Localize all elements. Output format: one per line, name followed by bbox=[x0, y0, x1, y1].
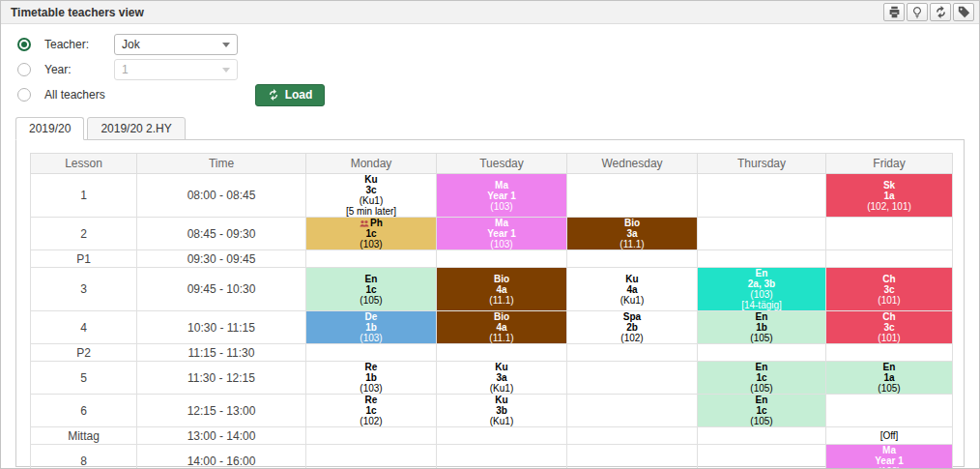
slot-line: Ku bbox=[437, 395, 566, 405]
lesson-entry-cell[interactable]: Bio4a(11.1) bbox=[437, 268, 567, 311]
slot-line: (Ku1) bbox=[567, 295, 697, 306]
slot-line: (101) bbox=[826, 333, 952, 343]
lesson-entry-cell[interactable]: Ku3a(Ku1) bbox=[437, 362, 567, 395]
slot-line: 1c bbox=[306, 284, 436, 295]
lesson-cell: P2 bbox=[31, 344, 137, 362]
lesson-entry-cell[interactable]: Bio4a(11.1) bbox=[437, 311, 567, 344]
slot-line: Ku bbox=[437, 362, 566, 372]
tab-2019-20[interactable]: 2019/20 bbox=[15, 117, 84, 140]
title-bar: Timetable teachers view bbox=[1, 1, 979, 24]
lesson-entry-cell[interactable]: Ku3c(Ku1)[5 min later] bbox=[306, 174, 437, 218]
lesson-entry-cell[interactable]: En1c(105) bbox=[698, 362, 826, 395]
lesson-entry-cell[interactable]: Ph1c(103) bbox=[306, 218, 437, 250]
all-teachers-radio[interactable] bbox=[17, 88, 31, 102]
table-row: 309:45 - 10:30En1c(105)Bio4a(11.1)Ku4a(K… bbox=[31, 268, 953, 311]
empty-slot-cell bbox=[306, 344, 437, 362]
lesson-entry-cell[interactable]: Ch3c(101) bbox=[826, 268, 953, 311]
tag-icon bbox=[958, 6, 970, 18]
page-title: Timetable teachers view bbox=[11, 6, 881, 19]
empty-slot-cell bbox=[567, 344, 698, 362]
table-row: 410:30 - 11:15De1b(103)Bio4a(11.1)Spa2b(… bbox=[31, 311, 953, 344]
lesson-entry-cell[interactable]: Bio3a(11.1) bbox=[567, 218, 698, 250]
lesson-entry-cell[interactable]: En1c(105) bbox=[306, 268, 437, 311]
year-select-value: 1 bbox=[122, 63, 129, 76]
tab-2019-20-2hy[interactable]: 2019/20 2.HY bbox=[87, 117, 185, 140]
lesson-entry-cell[interactable]: Re1b(103) bbox=[306, 362, 437, 395]
lesson-cell: 3 bbox=[31, 268, 137, 311]
timetable-panel: Lesson Time Monday Tuesday Wednesday Thu… bbox=[15, 139, 965, 467]
slot-line: (105) bbox=[698, 416, 825, 426]
empty-slot-cell bbox=[698, 445, 826, 469]
empty-slot-cell bbox=[437, 250, 567, 268]
time-cell: 10:30 - 11:15 bbox=[137, 311, 306, 344]
year-select[interactable]: 1 bbox=[114, 59, 238, 80]
empty-slot-cell bbox=[698, 174, 826, 218]
lesson-entry-cell[interactable]: Re1c(102) bbox=[306, 395, 437, 427]
tag-button[interactable] bbox=[953, 3, 974, 21]
lesson-entry-cell[interactable]: MaYear 1(103) bbox=[437, 218, 567, 250]
lesson-entry-cell[interactable]: En1b(105) bbox=[698, 311, 826, 344]
teacher-select-value: Jok bbox=[122, 38, 140, 51]
slot-line: (102) bbox=[567, 333, 697, 343]
col-header-time: Time bbox=[137, 154, 306, 174]
lesson-entry-cell[interactable]: MaYear 1(103) bbox=[826, 445, 953, 469]
lesson-entry-cell[interactable]: Sk1a(102, 101) bbox=[826, 174, 953, 218]
bulb-icon bbox=[911, 6, 923, 18]
slot-line: 1c bbox=[306, 405, 436, 416]
lesson-entry-cell[interactable]: Ku4a(Ku1) bbox=[567, 268, 698, 311]
empty-slot-cell bbox=[698, 344, 826, 362]
slot-line: Ku bbox=[567, 274, 697, 284]
table-row: 612:15 - 13:00Re1c(102)Ku3b(Ku1)En1c(105… bbox=[31, 395, 953, 427]
lesson-entry-cell[interactable]: Spa2b(102) bbox=[567, 311, 698, 344]
slot-line: 4a bbox=[437, 284, 566, 295]
slot-line: Year 1 bbox=[437, 228, 566, 239]
table-row: 108:00 - 08:45Ku3c(Ku1)[5 min later]MaYe… bbox=[31, 174, 953, 218]
load-button-label: Load bbox=[285, 88, 313, 102]
time-cell: 13:00 - 14:00 bbox=[137, 427, 306, 445]
time-cell: 12:15 - 13:00 bbox=[137, 395, 306, 427]
lesson-entry-cell[interactable]: [Off] bbox=[826, 427, 953, 445]
lesson-cell: 6 bbox=[31, 395, 137, 427]
lesson-entry-cell[interactable]: En1c(105) bbox=[698, 395, 826, 427]
empty-slot-cell bbox=[567, 445, 698, 469]
slot-line: En bbox=[698, 311, 825, 322]
lesson-entry-cell[interactable]: Ku3b(Ku1) bbox=[437, 395, 567, 427]
table-row: 511:30 - 12:15Re1b(103)Ku3a(Ku1)En1c(105… bbox=[31, 362, 953, 395]
slot-line: 3a bbox=[437, 372, 566, 383]
slot-line: En bbox=[306, 274, 436, 284]
load-button[interactable]: Load bbox=[255, 84, 326, 106]
refresh-button[interactable] bbox=[930, 3, 951, 21]
slot-line: (11.1) bbox=[567, 239, 697, 249]
slot-line: (102, 101) bbox=[826, 201, 952, 212]
lesson-entry-cell[interactable]: De1b(103) bbox=[306, 311, 437, 344]
year-radio[interactable] bbox=[17, 63, 31, 76]
time-cell: 09:30 - 09:45 bbox=[137, 250, 306, 268]
slot-line: 1b bbox=[698, 322, 825, 333]
lesson-cell: 8 bbox=[31, 445, 137, 469]
col-header-tuesday: Tuesday bbox=[437, 154, 567, 174]
empty-slot-cell bbox=[437, 427, 567, 445]
slot-line: (103) bbox=[306, 239, 436, 249]
time-cell: 08:45 - 09:30 bbox=[137, 218, 306, 250]
lesson-entry-cell[interactable]: Ch3c(101) bbox=[826, 311, 953, 344]
slot-line: 1c bbox=[698, 372, 825, 383]
slot-line: (103) bbox=[698, 289, 825, 300]
slot-line: (103) bbox=[306, 333, 436, 343]
slot-line: (102) bbox=[306, 416, 436, 426]
slot-line: (Ku1) bbox=[437, 383, 566, 394]
teacher-select[interactable]: Jok bbox=[114, 34, 238, 55]
bulb-button[interactable] bbox=[907, 3, 928, 21]
col-header-thursday: Thursday bbox=[698, 154, 826, 174]
slot-line: Ma bbox=[437, 218, 566, 228]
lesson-cell: 4 bbox=[31, 311, 137, 344]
slot-line: Re bbox=[306, 395, 436, 405]
slot-line: (105) bbox=[698, 333, 825, 343]
print-button[interactable] bbox=[883, 3, 905, 21]
slot-line: En bbox=[698, 362, 825, 372]
lesson-entry-cell[interactable]: En1a(105) bbox=[826, 362, 953, 395]
teacher-radio[interactable] bbox=[17, 38, 31, 51]
empty-slot-cell bbox=[826, 218, 953, 250]
lesson-entry-cell[interactable]: MaYear 1(103) bbox=[437, 174, 567, 218]
lesson-entry-cell[interactable]: En2a, 3b(103)[14-tägig] bbox=[698, 268, 826, 311]
slot-line: (101) bbox=[826, 295, 952, 306]
